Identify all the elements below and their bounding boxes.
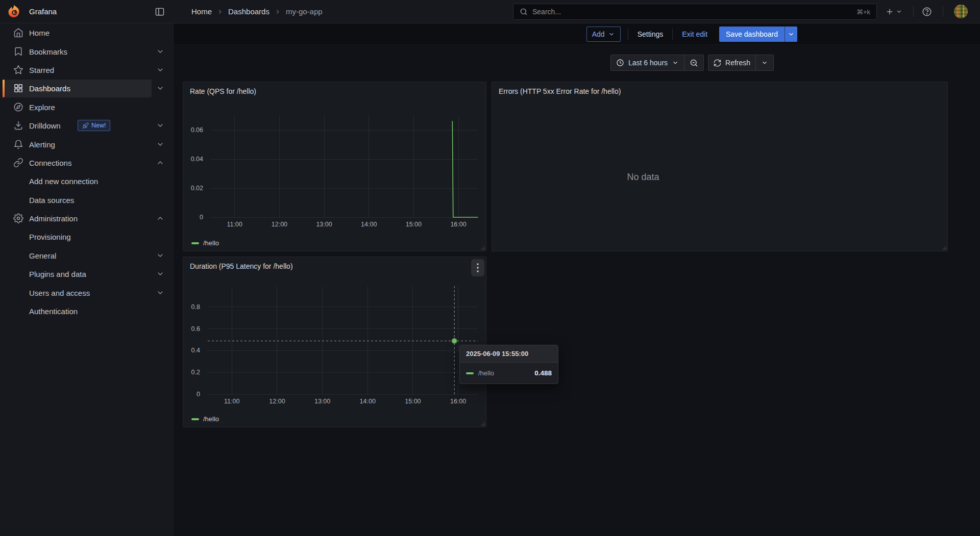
panel-title[interactable]: Duration (P95 Latency for /hello): [190, 262, 293, 270]
panel-rate: Rate (QPS for /hello) 00.020.040.0611:00…: [183, 82, 486, 251]
sidebar-item-label: Authentication: [29, 307, 78, 316]
gear-icon: [13, 213, 23, 223]
chevron-down-icon[interactable]: [156, 251, 164, 260]
x-axis-tick-label: 11:00: [224, 398, 239, 405]
new-feature-badge: New!: [78, 120, 110, 131]
mega-menu-dock-icon[interactable]: [154, 6, 166, 18]
sidebar-item-users-and-access[interactable]: Users and access: [0, 283, 173, 301]
active-item-accent-bar: [3, 80, 5, 97]
search-shortcut-hint: ⌘+k: [856, 8, 870, 16]
panel-resize-handle[interactable]: [942, 245, 946, 250]
y-axis-tick-label: 0.4: [191, 347, 200, 354]
divider: [943, 6, 943, 17]
save-dashboard-button[interactable]: Save dashboard: [719, 27, 785, 42]
time-picker-group: Last 6 hours: [610, 55, 704, 71]
duration-chart[interactable]: 00.20.40.60.811:0012:0013:0014:0015:0016…: [183, 277, 486, 414]
sidebar-item-add-new-connection[interactable]: Add new connection: [0, 172, 173, 190]
refresh-interval-button[interactable]: [756, 55, 773, 70]
sidebar-item-label: Dashboards: [29, 84, 70, 93]
sidebar-item-explore[interactable]: Explore: [0, 98, 173, 116]
sidebar-item-home[interactable]: Home: [0, 23, 173, 42]
panel-resize-handle[interactable]: [480, 421, 485, 426]
x-axis-tick-label: 13:00: [316, 221, 332, 228]
sidebar-item-authentication[interactable]: Authentication: [0, 302, 173, 320]
sidebar-item-label: Bookmarks: [29, 47, 67, 56]
series-line: [452, 121, 478, 217]
tooltip-series-value: 0.488: [534, 369, 552, 377]
chevron-down-icon[interactable]: [156, 121, 164, 130]
divider: [913, 6, 914, 17]
panel-title[interactable]: Rate (QPS for /hello): [190, 87, 256, 95]
grafana-app: Grafana Home Dashboards my-go-app ⌘+k Ho…: [0, 0, 980, 536]
sidebar-item-label: Alerting: [29, 140, 55, 148]
settings-button[interactable]: Settings: [635, 27, 666, 42]
top-navbar: Grafana Home Dashboards my-go-app ⌘+k: [0, 0, 980, 23]
exit-edit-button[interactable]: Exit edit: [680, 27, 709, 42]
sidebar-item-general[interactable]: General: [0, 246, 173, 265]
no-data-message: No data: [627, 172, 659, 183]
chevron-down-icon[interactable]: [156, 270, 164, 278]
chevron-down-icon[interactable]: [156, 66, 164, 74]
help-button[interactable]: [922, 0, 932, 23]
sidebar-item-label: Home: [29, 29, 50, 37]
sidebar-item-connections[interactable]: Connections: [0, 154, 173, 172]
add-panel-button[interactable]: Add: [586, 27, 621, 42]
tooltip-series-name: /hello: [478, 369, 494, 377]
x-axis-tick-label: 16:00: [450, 398, 466, 405]
rate-chart[interactable]: 00.020.040.0611:0012:0013:0014:0015:0016…: [183, 103, 486, 236]
sidebar-item-bookmarks[interactable]: Bookmarks: [0, 42, 173, 60]
sidebar-item-starred[interactable]: Starred: [0, 61, 173, 79]
breadcrumb-current-dashboard[interactable]: my-go-app: [286, 7, 323, 16]
legend-item-hello[interactable]: /hello: [191, 415, 219, 423]
chevron-down-icon[interactable]: [156, 47, 164, 56]
zoom-out-time-button[interactable]: [684, 55, 703, 70]
x-axis-tick-label: 15:00: [406, 221, 422, 228]
legend-item-hello[interactable]: /hello: [191, 239, 219, 247]
chevron-down-icon[interactable]: [156, 140, 164, 148]
grafana-logo-icon[interactable]: [7, 4, 22, 19]
chevron-up-icon[interactable]: [156, 214, 164, 222]
sidebar-item-alerting[interactable]: Alerting: [0, 135, 173, 153]
sidebar-item-drilldown[interactable]: DrilldownNew!: [0, 116, 173, 135]
series-color-dash: [191, 242, 199, 244]
refresh-button[interactable]: Refresh: [708, 55, 755, 70]
chart-tooltip: 2025-06-09 15:55:00 /hello 0.488: [459, 345, 558, 384]
sidebar-item-plugins-and-data[interactable]: Plugins and data: [0, 265, 173, 283]
star-icon: [13, 65, 23, 75]
sidebar-item-label: Add new connection: [29, 177, 98, 186]
search-input[interactable]: [532, 8, 852, 16]
sidebar-item-label: Administration: [29, 214, 78, 223]
x-axis-tick-label: 12:00: [272, 221, 287, 228]
breadcrumb-dashboards[interactable]: Dashboards: [228, 7, 270, 16]
mega-menu-sidebar: HomeBookmarksStarredDashboardsExploreDri…: [0, 23, 174, 536]
x-axis-tick-label: 13:00: [314, 398, 330, 405]
time-range-button[interactable]: Last 6 hours: [611, 55, 684, 70]
save-dashboard-group: Save dashboard: [719, 27, 797, 42]
search-box[interactable]: ⌘+k: [513, 4, 877, 20]
chevron-down-icon[interactable]: [156, 84, 164, 92]
refresh-group: Refresh: [708, 55, 774, 71]
sidebar-item-dashboards[interactable]: Dashboards: [0, 79, 173, 97]
sidebar-item-label: Plugins and data: [29, 270, 86, 278]
divider: [672, 29, 673, 40]
sidebar-item-administration[interactable]: Administration: [0, 209, 173, 227]
rocket-icon: [82, 122, 89, 129]
data-point-marker[interactable]: [452, 338, 457, 343]
clock-icon: [616, 59, 624, 67]
panel-title[interactable]: Errors (HTTP 5xx Error Rate for /hello): [499, 87, 621, 95]
chevron-up-icon[interactable]: [156, 159, 164, 167]
chevron-down-icon[interactable]: [156, 289, 164, 297]
sidebar-item-data-sources[interactable]: Data sources: [0, 191, 173, 209]
new-menu-button[interactable]: [885, 0, 902, 23]
save-dashboard-menu-button[interactable]: [785, 27, 797, 42]
breadcrumb-home[interactable]: Home: [191, 7, 212, 16]
panel-menu-button[interactable]: [471, 259, 484, 276]
sidebar-item-label: Starred: [29, 65, 54, 74]
chevron-down-icon: [608, 31, 615, 38]
sidebar-item-provisioning[interactable]: Provisioning: [0, 227, 173, 246]
user-avatar[interactable]: [954, 5, 968, 18]
tooltip-series-row: /hello 0.488: [460, 363, 558, 384]
chevron-right-icon: [274, 8, 281, 15]
chevron-down-icon: [761, 59, 768, 66]
panel-resize-handle[interactable]: [480, 245, 485, 250]
